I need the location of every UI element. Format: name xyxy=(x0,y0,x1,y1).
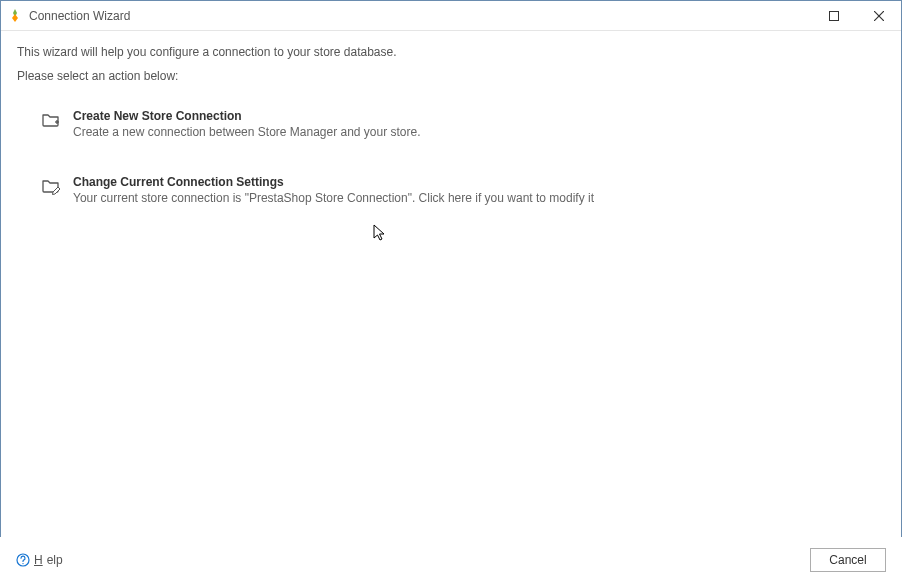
app-icon xyxy=(7,8,23,24)
svg-rect-0 xyxy=(829,11,838,20)
help-rest: elp xyxy=(47,553,63,567)
titlebar: Connection Wizard xyxy=(1,1,901,31)
option-create-new-connection[interactable]: Create New Store Connection Create a new… xyxy=(35,105,885,143)
help-link[interactable]: Help xyxy=(16,553,63,567)
maximize-icon xyxy=(829,11,839,21)
instruction-text: Please select an action below: xyxy=(17,69,885,83)
close-button[interactable] xyxy=(856,1,901,30)
maximize-button[interactable] xyxy=(811,1,856,30)
option-text: Create New Store Connection Create a new… xyxy=(73,109,879,139)
window-title: Connection Wizard xyxy=(29,9,811,23)
window-controls xyxy=(811,1,901,30)
svg-point-6 xyxy=(22,563,23,564)
intro-text: This wizard will help you configure a co… xyxy=(17,45,885,59)
wizard-content: This wizard will help you configure a co… xyxy=(1,31,901,536)
folder-edit-icon xyxy=(41,176,61,196)
wizard-footer: Help Cancel xyxy=(0,537,902,583)
option-title: Change Current Connection Settings xyxy=(73,175,879,189)
help-icon xyxy=(16,553,30,567)
option-title: Create New Store Connection xyxy=(73,109,879,123)
option-text: Change Current Connection Settings Your … xyxy=(73,175,879,205)
help-first-letter: H xyxy=(34,553,43,567)
close-icon xyxy=(874,11,884,21)
option-change-connection-settings[interactable]: Change Current Connection Settings Your … xyxy=(35,171,885,209)
folder-plus-icon xyxy=(41,110,61,130)
cancel-button[interactable]: Cancel xyxy=(810,548,886,572)
option-list: Create New Store Connection Create a new… xyxy=(17,105,885,209)
option-description: Your current store connection is "Presta… xyxy=(73,191,879,205)
option-description: Create a new connection between Store Ma… xyxy=(73,125,879,139)
